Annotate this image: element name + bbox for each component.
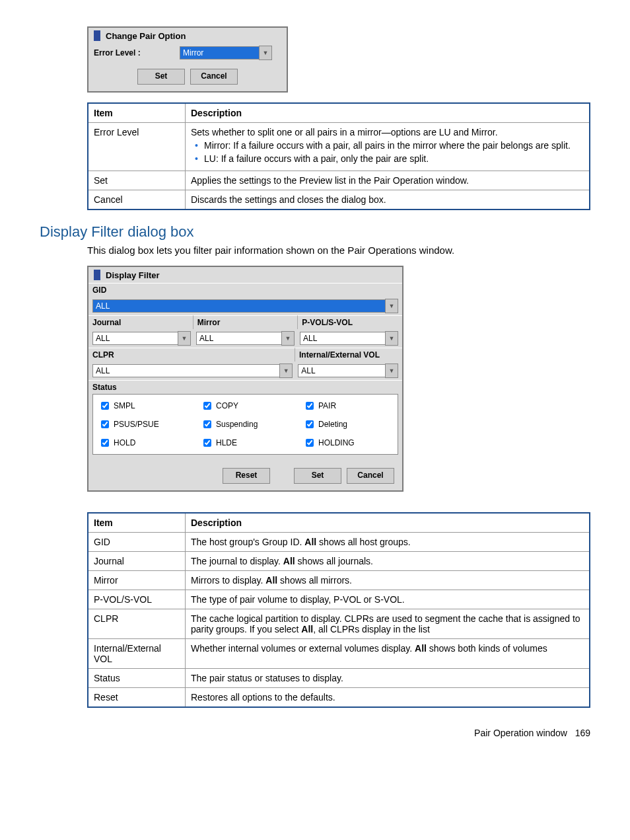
pvol-dropdown[interactable]: ALL▼ (300, 332, 398, 345)
checkbox[interactable] (101, 439, 109, 447)
check-del[interactable]: Deleting (303, 418, 392, 430)
clpr-label: CLPR (88, 348, 295, 362)
table-cell: Sets whether to split one or all pairs i… (186, 123, 590, 171)
desc-text: Sets whether to split one or all pairs i… (191, 127, 498, 137)
error-level-dropdown[interactable]: Mirror ▼ (180, 46, 272, 59)
gid-value: ALL (92, 299, 385, 313)
col-item: Item (88, 103, 186, 123)
checkbox[interactable] (101, 420, 109, 428)
reset-button[interactable]: Reset (223, 468, 270, 484)
chk-label: COPY (216, 401, 238, 410)
footer-label: Pair Operation window (474, 728, 567, 738)
status-checklist: SMPL COPY PAIR PSUS/PSUE Suspending Dele… (92, 394, 398, 455)
gid-dropdown[interactable]: ALL ▼ (92, 299, 398, 313)
checkbox[interactable] (306, 420, 314, 428)
chevron-down-icon[interactable]: ▼ (385, 299, 398, 313)
table-cell: Set (88, 171, 186, 190)
cancel-button[interactable]: Cancel (190, 69, 238, 85)
dd-val: ALL (92, 332, 178, 345)
chevron-down-icon[interactable]: ▼ (279, 363, 293, 378)
check-copy[interactable]: COPY (201, 400, 290, 412)
set-button[interactable]: Set (137, 69, 185, 85)
table-cell: P-VOL/S-VOL (88, 590, 186, 609)
chk-label: Deleting (318, 420, 347, 429)
chk-label: PAIR (318, 401, 336, 410)
table-cell: The cache logical partition to display. … (186, 609, 590, 639)
check-hlde[interactable]: HLDE (201, 437, 290, 449)
display-filter-table: Item Description GIDThe host group's Gro… (87, 512, 590, 708)
pvol-label: P-VOL/S-VOL (298, 315, 402, 329)
bullet: Mirror: If a failure occurs with a pair,… (204, 140, 584, 151)
check-smpl[interactable]: SMPL (98, 400, 188, 412)
cancel-button[interactable]: Cancel (347, 468, 394, 484)
table-cell: Internal/External VOL (88, 639, 186, 669)
checkbox[interactable] (203, 439, 211, 447)
chevron-down-icon[interactable]: ▼ (385, 331, 398, 346)
mirror-dropdown[interactable]: ALL▼ (196, 332, 295, 345)
dd-val: ALL (92, 364, 279, 377)
table-cell: Mirrors to display. All shows all mirror… (186, 571, 590, 590)
chevron-down-icon[interactable]: ▼ (281, 331, 295, 346)
status-label: Status (88, 380, 402, 394)
journal-dropdown[interactable]: ALL▼ (92, 332, 191, 345)
error-level-value: Mirror (180, 46, 259, 59)
table-cell: Error Level (88, 123, 186, 171)
error-level-label: Error Level : (94, 48, 180, 57)
table-cell: Cancel (88, 190, 186, 210)
table-cell: Mirror (88, 571, 186, 590)
chk-label: HOLDING (318, 438, 355, 447)
table-cell: Journal (88, 552, 186, 571)
chk-label: HOLD (114, 438, 135, 447)
check-pair[interactable]: PAIR (303, 400, 392, 412)
table-cell: Discards the settings and closes the dia… (186, 190, 590, 210)
table-cell: Whether internal volumes or external vol… (186, 639, 590, 669)
table-cell: CLPR (88, 609, 186, 639)
table-cell: The type of pair volume to display, P-VO… (186, 590, 590, 609)
table-cell: Restores all options to the defaults. (186, 688, 590, 708)
ie-label: Internal/External VOL (295, 348, 402, 362)
bullet: LU: If a failure occurs with a pair, onl… (204, 153, 584, 164)
dialog-title: Display Filter (106, 270, 160, 280)
title-block-icon (94, 270, 100, 280)
chevron-down-icon[interactable]: ▼ (385, 363, 398, 378)
check-susp[interactable]: Suspending (201, 418, 290, 430)
page-number: 169 (575, 728, 590, 738)
clpr-dropdown[interactable]: ALL▼ (92, 364, 293, 377)
table-cell: GID (88, 533, 186, 552)
dd-val: ALL (196, 332, 281, 345)
chevron-down-icon[interactable]: ▼ (259, 46, 272, 60)
table-cell: The host group's Group ID. All shows all… (186, 533, 590, 552)
set-button[interactable]: Set (294, 468, 341, 484)
col-desc: Description (186, 513, 590, 533)
col-desc: Description (186, 103, 590, 123)
error-level-table: Item Description Error Level Sets whethe… (87, 102, 590, 210)
table-cell: Reset (88, 688, 186, 708)
checkbox[interactable] (203, 420, 211, 428)
chk-label: PSUS/PSUE (114, 420, 159, 429)
ie-dropdown[interactable]: ALL▼ (298, 364, 398, 377)
display-filter-dialog: Display Filter GID ALL ▼ Journal Mirror … (87, 266, 403, 492)
dd-val: ALL (298, 364, 385, 377)
table-cell: Applies the settings to the Preview list… (186, 171, 590, 190)
chevron-down-icon[interactable]: ▼ (178, 331, 191, 346)
col-item: Item (88, 513, 186, 533)
checkbox[interactable] (203, 402, 211, 410)
checkbox[interactable] (306, 402, 314, 410)
check-holding[interactable]: HOLDING (303, 437, 392, 449)
table-cell: Status (88, 669, 186, 688)
check-psus[interactable]: PSUS/PSUE (98, 418, 188, 430)
section-para: This dialog box lets you filter pair inf… (87, 245, 590, 256)
chk-label: Suspending (216, 420, 258, 429)
table-cell: The journal to display. All shows all jo… (186, 552, 590, 571)
chk-label: HLDE (216, 438, 237, 447)
checkbox[interactable] (306, 439, 314, 447)
checkbox[interactable] (101, 402, 109, 410)
journal-label: Journal (88, 315, 193, 329)
check-hold[interactable]: HOLD (98, 437, 188, 449)
dialog-title: Change Pair Option (106, 31, 186, 41)
title-block-icon (94, 30, 100, 41)
table-cell: The pair status or statuses to display. (186, 669, 590, 688)
dd-val: ALL (300, 332, 385, 345)
chk-label: SMPL (114, 401, 135, 410)
change-pair-option-dialog: Change Pair Option Error Level : Mirror … (87, 26, 288, 93)
